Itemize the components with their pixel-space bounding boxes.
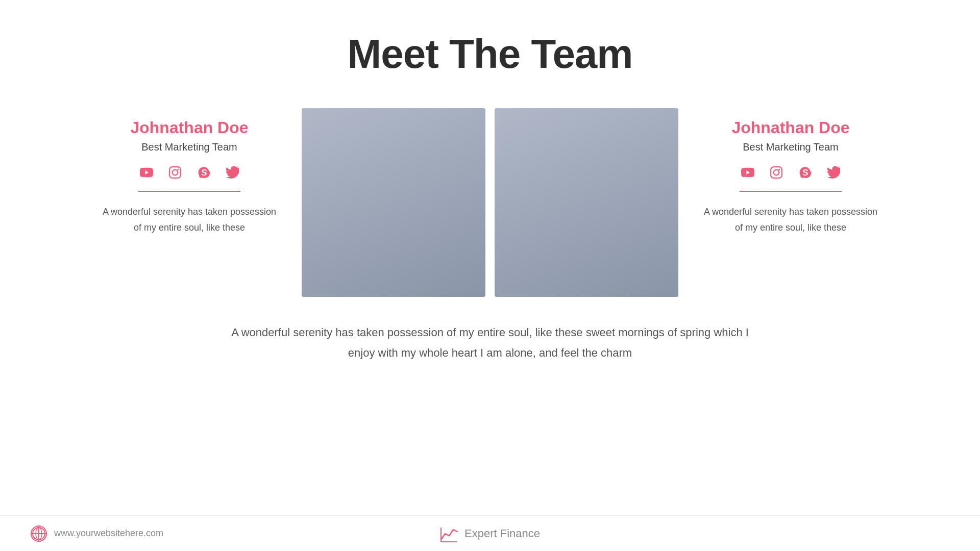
left-skype-icon[interactable] (194, 163, 213, 182)
left-divider (138, 191, 240, 192)
right-profile-name: Johnathan Doe (731, 118, 849, 137)
svg-rect-0 (169, 167, 181, 178)
right-profile-role: Best Marketing Team (743, 141, 839, 153)
globe-icon (31, 525, 47, 542)
left-bio: A wonderful serenity has taken possessio… (97, 204, 281, 235)
profile-card-right: Johnathan Doe Best Marketing Team A wond… (699, 108, 883, 235)
right-divider (740, 191, 842, 192)
website-url: www.yourwebsitehere.com (54, 528, 163, 539)
right-youtube-icon[interactable] (739, 163, 757, 182)
svg-point-7 (36, 528, 42, 540)
team-photos (302, 108, 678, 297)
profile-card-left: Johnathan Doe Best Marketing Team A wond… (97, 108, 281, 235)
left-instagram-icon[interactable] (166, 163, 184, 182)
right-bio: A wonderful serenity has taken possessio… (699, 204, 883, 235)
footer-brand: Expert Finance (440, 524, 540, 543)
footer: www.yourwebsitehere.com Expert Finance (0, 515, 980, 551)
right-instagram-icon[interactable] (767, 163, 786, 182)
page-title: Meet The Team (0, 0, 980, 78)
brand-name: Expert Finance (464, 527, 540, 540)
bottom-quote: A wonderful serenity has taken possessio… (0, 322, 980, 363)
footer-website: www.yourwebsitehere.com (31, 525, 163, 542)
quote-line2: enjoy with my whole heart I am alone, an… (153, 343, 827, 363)
svg-rect-3 (771, 167, 782, 178)
left-profile-name: Johnathan Doe (130, 118, 248, 137)
svg-point-4 (774, 170, 779, 176)
team-photo-left (302, 108, 485, 297)
left-profile-role: Best Marketing Team (141, 141, 237, 153)
svg-point-2 (177, 168, 179, 170)
right-skype-icon[interactable] (796, 163, 814, 182)
right-twitter-icon[interactable] (824, 163, 843, 182)
svg-point-1 (173, 170, 178, 176)
svg-point-5 (778, 168, 780, 170)
left-twitter-icon[interactable] (223, 163, 241, 182)
left-social-icons (137, 163, 241, 182)
right-social-icons (739, 163, 843, 182)
main-content: Johnathan Doe Best Marketing Team A wond… (0, 108, 980, 297)
team-photo-right (495, 108, 678, 297)
svg-point-6 (33, 528, 45, 540)
quote-line1: A wonderful serenity has taken possessio… (153, 322, 827, 343)
left-youtube-icon[interactable] (137, 163, 156, 182)
